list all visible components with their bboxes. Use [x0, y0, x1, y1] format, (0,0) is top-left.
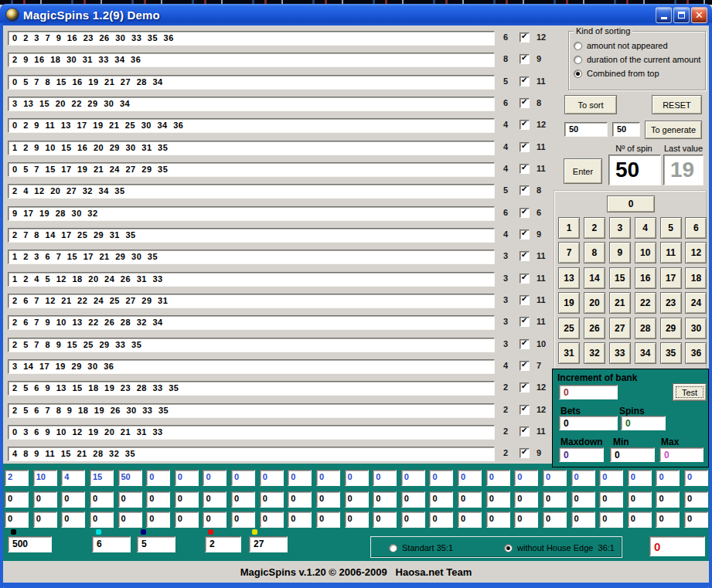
- bet-cell[interactable]: 0: [628, 491, 652, 508]
- number-button[interactable]: 9: [609, 242, 631, 263]
- spin-sequence-field[interactable]: 1 2 4 5 12 18 20 24 26 31 33: [8, 272, 495, 287]
- bet-cell[interactable]: 0: [401, 491, 425, 508]
- bet-cell[interactable]: 0: [656, 491, 680, 508]
- number-button[interactable]: 22: [635, 292, 656, 314]
- number-button[interactable]: 19: [558, 292, 580, 314]
- param-field-3[interactable]: 5: [137, 536, 175, 552]
- number-button[interactable]: 32: [584, 342, 605, 364]
- close-button[interactable]: ✕: [691, 7, 707, 23]
- bet-cell[interactable]: 0: [175, 470, 199, 486]
- bet-cell[interactable]: 0: [316, 470, 340, 486]
- number-button[interactable]: 30: [685, 318, 707, 339]
- number-button[interactable]: 3: [609, 217, 631, 239]
- number-button[interactable]: 29: [660, 318, 682, 339]
- bet-cell[interactable]: 0: [175, 512, 199, 528]
- bet-cell[interactable]: 0: [61, 512, 85, 528]
- row-checkbox[interactable]: ✔: [520, 229, 530, 240]
- bet-cell[interactable]: 0: [571, 512, 595, 528]
- row-checkbox[interactable]: ✔: [520, 295, 530, 305]
- bet-cell[interactable]: 0: [373, 491, 397, 508]
- spin-sequence-field[interactable]: 0 3 6 9 10 12 19 20 21 31 33: [8, 425, 495, 440]
- row-checkbox[interactable]: ✔: [520, 382, 530, 393]
- spin-sequence-field[interactable]: 1 2 3 6 7 15 17 21 29 30 35: [8, 250, 495, 264]
- bet-cell[interactable]: 0: [486, 512, 510, 528]
- number-button[interactable]: 27: [609, 318, 631, 339]
- row-checkbox[interactable]: ✔: [520, 208, 530, 218]
- number-button[interactable]: 26: [584, 318, 605, 339]
- bet-cell[interactable]: 0: [118, 491, 142, 508]
- bet-cell[interactable]: 0: [5, 512, 29, 528]
- row-checkbox[interactable]: ✔: [520, 142, 530, 152]
- spins-field[interactable]: 0: [621, 416, 666, 430]
- spin-sequence-field[interactable]: 2 5 7 8 9 15 25 29 33 35: [8, 338, 495, 352]
- spin-sequence-field[interactable]: 2 5 6 7 8 9 18 19 26 30 33 35: [8, 403, 495, 418]
- number-button[interactable]: 28: [635, 318, 656, 339]
- n-of-spin-field[interactable]: 50: [608, 155, 661, 185]
- number-button[interactable]: 25: [558, 318, 580, 339]
- bet-cell[interactable]: 0: [458, 512, 482, 528]
- bets-field[interactable]: 0: [559, 416, 618, 430]
- bet-cell[interactable]: 0: [401, 512, 425, 528]
- number-button[interactable]: 34: [635, 342, 656, 364]
- bet-cell[interactable]: 0: [118, 512, 142, 528]
- bet-cell[interactable]: 2: [5, 470, 29, 486]
- bet-cell[interactable]: 0: [599, 491, 623, 508]
- bank-start-field[interactable]: 500: [8, 536, 52, 552]
- bet-cell[interactable]: 0: [599, 470, 623, 486]
- bet-cell[interactable]: 0: [231, 512, 255, 528]
- bet-cell[interactable]: 0: [656, 512, 680, 528]
- bet-cell[interactable]: 0: [514, 470, 538, 486]
- row-checkbox[interactable]: ✔: [520, 427, 530, 437]
- number-button[interactable]: 15: [609, 267, 631, 289]
- bet-cell[interactable]: 0: [203, 470, 227, 486]
- number-button[interactable]: 21: [609, 292, 631, 314]
- test-button[interactable]: Test: [673, 383, 707, 401]
- number-button[interactable]: 31: [558, 342, 580, 364]
- bet-cell[interactable]: 0: [203, 512, 227, 528]
- row-checkbox[interactable]: ✔: [520, 54, 530, 64]
- row-checkbox[interactable]: ✔: [520, 98, 530, 108]
- enter-button[interactable]: Enter: [564, 158, 602, 184]
- bet-cell[interactable]: 0: [345, 491, 369, 508]
- param-field-5[interactable]: 27: [249, 536, 288, 552]
- to-generate-button[interactable]: To generate: [645, 121, 702, 139]
- spin-sequence-field[interactable]: 2 6 7 12 21 22 24 25 27 29 31: [8, 294, 495, 308]
- number-button[interactable]: 7: [558, 242, 580, 263]
- reset-button[interactable]: RESET: [652, 95, 702, 114]
- bet-cell[interactable]: 0: [684, 470, 708, 486]
- maxdown-field[interactable]: 0: [559, 447, 604, 462]
- bet-cell[interactable]: 0: [628, 512, 652, 528]
- row-checkbox[interactable]: ✔: [520, 251, 530, 261]
- number-button[interactable]: 20: [584, 292, 605, 314]
- spin-sequence-field[interactable]: 4 8 9 11 15 21 28 32 35: [8, 447, 495, 461]
- increment-of-bank-field[interactable]: 0: [559, 385, 618, 399]
- spin-sequence-field[interactable]: 0 2 9 11 13 17 19 21 25 30 34 36: [8, 118, 495, 133]
- bet-cell[interactable]: 0: [628, 470, 652, 486]
- bet-cell[interactable]: 0: [33, 491, 57, 508]
- bet-cell[interactable]: 50: [118, 470, 142, 486]
- bet-cell[interactable]: 0: [684, 491, 708, 508]
- bet-cell[interactable]: 0: [231, 491, 255, 508]
- spin-sequence-field[interactable]: 1 2 9 10 15 16 20 29 30 31 35: [8, 141, 495, 155]
- spin-sequence-field[interactable]: 0 5 7 15 17 19 21 24 27 29 35: [8, 162, 495, 177]
- number-button[interactable]: 2: [584, 217, 605, 239]
- sorting-radio-option[interactable]: duration of the current amount: [574, 54, 700, 65]
- bet-cell[interactable]: 0: [656, 470, 680, 486]
- spin-sequence-field[interactable]: 3 14 17 19 29 30 36: [8, 359, 495, 374]
- bet-cell[interactable]: 10: [33, 470, 57, 486]
- bet-cell[interactable]: 0: [175, 491, 199, 508]
- spin-sequence-field[interactable]: 2 7 8 14 17 25 29 31 35: [8, 228, 495, 243]
- row-checkbox[interactable]: ✔: [520, 339, 530, 349]
- bet-cell[interactable]: 0: [458, 491, 482, 508]
- row-checkbox[interactable]: ✔: [520, 120, 530, 130]
- spin-sequence-field[interactable]: 3 13 15 20 22 29 30 34: [8, 97, 495, 111]
- bet-cell[interactable]: 15: [90, 470, 114, 486]
- bet-cell[interactable]: 0: [146, 512, 170, 528]
- row-checkbox[interactable]: ✔: [520, 405, 530, 415]
- maximize-button[interactable]: [673, 7, 690, 23]
- bet-cell[interactable]: 0: [90, 491, 114, 508]
- bet-cell[interactable]: 0: [288, 470, 312, 486]
- spin-sequence-field[interactable]: 2 6 7 9 10 13 22 26 28 32 34: [8, 315, 495, 330]
- bet-cell[interactable]: 0: [146, 470, 170, 486]
- bet-cell[interactable]: 4: [61, 470, 85, 486]
